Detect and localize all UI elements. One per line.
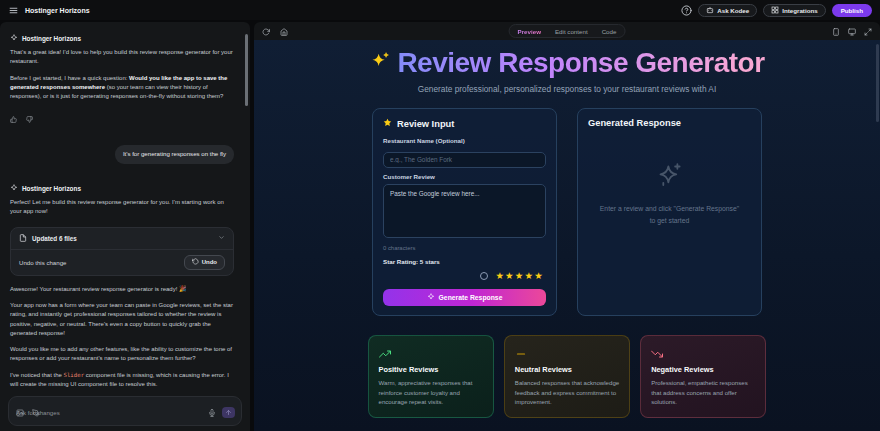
neutral-reviews-card: Neutral Reviews Balanced responses that … — [504, 335, 630, 417]
assistant-message-header: Hostinger Horizons — [10, 184, 234, 193]
generator-title: Review Response Generator — [369, 47, 764, 79]
review-type-cards: Positive Reviews Warm, appreciative resp… — [368, 335, 767, 417]
positive-reviews-description: Warm, appreciative responses that reinfo… — [379, 378, 483, 406]
assistant-paragraph: That's a great idea! I'd love to help yo… — [10, 48, 234, 67]
hamburger-menu-icon[interactable] — [8, 5, 18, 15]
trending-down-icon — [651, 346, 663, 364]
character-count: 0 characters — [383, 245, 546, 251]
review-input-card: Review Input Restaurant Name (Optional) … — [372, 108, 557, 316]
assistant-paragraph: Before I get started, I have a quick que… — [10, 74, 234, 102]
assistant-paragraph: Your app now has a form where your team … — [10, 301, 234, 338]
empty-state-line1: Enter a review and click "Generate Respo… — [600, 203, 739, 215]
send-button[interactable] — [222, 407, 235, 418]
robot-icon — [706, 6, 714, 15]
neutral-reviews-title: Neutral Reviews — [515, 365, 619, 374]
preview-toolbar: Preview Edit content Code — [254, 22, 880, 40]
undo-label: Undo this change — [19, 259, 66, 266]
sidebar-scrollbar[interactable] — [245, 34, 248, 106]
assistant-paragraph: Awesome! Your restaurant review response… — [10, 285, 234, 294]
ask-kodee-button[interactable]: Ask Kodee — [698, 4, 757, 17]
tab-code[interactable]: Code — [596, 26, 623, 37]
microphone-icon[interactable] — [208, 403, 216, 421]
view-mode-tabs: Preview Edit content Code — [509, 24, 626, 38]
customer-review-label: Customer Review — [383, 173, 546, 180]
horizons-logo-icon — [10, 34, 18, 43]
restaurant-name-label: Restaurant Name (Optional) — [383, 137, 546, 144]
assistant-paragraph: I've noticed that the Slider component f… — [10, 371, 234, 390]
generated-response-card: Generated Response Enter a review and cl… — [577, 108, 762, 316]
negative-reviews-card: Negative Reviews Professional, empatheti… — [640, 335, 766, 417]
undo-icon — [192, 258, 199, 266]
preview-pane: Preview Edit content Code Review Respons… — [254, 22, 880, 431]
canvas-scrollbar[interactable] — [876, 44, 879, 122]
star-icon — [383, 118, 392, 129]
updated-files-header[interactable]: Updated 6 files — [11, 228, 233, 249]
restaurant-name-input[interactable] — [383, 152, 546, 168]
chat-input-bar — [8, 396, 242, 426]
updated-files-card: Updated 6 files Undo this change Undo — [10, 227, 234, 276]
thumbs-down-icon[interactable] — [26, 109, 33, 127]
publish-button[interactable]: Publish — [832, 4, 872, 17]
app-topbar: Hostinger Horizons Ask Kodee Integration… — [0, 0, 880, 20]
tab-edit-content[interactable]: Edit content — [549, 26, 594, 37]
positive-reviews-title: Positive Reviews — [379, 365, 483, 374]
inline-code: Slider — [64, 372, 85, 378]
trending-up-icon — [379, 346, 391, 364]
neutral-reviews-description: Balanced responses that acknowledge feed… — [515, 378, 619, 406]
tab-preview[interactable]: Preview — [512, 26, 547, 37]
positive-reviews-card: Positive Reviews Warm, appreciative resp… — [368, 335, 494, 417]
app-canvas: Review Response Generator Generate profe… — [254, 40, 880, 431]
image-attach-icon[interactable] — [16, 403, 24, 421]
assistant-paragraph: Would you like me to add any other featu… — [10, 345, 234, 364]
negative-reviews-description: Professional, empathetic responses that … — [651, 378, 755, 406]
negative-reviews-title: Negative Reviews — [651, 365, 755, 374]
star-rating-row: ★★★★★ — [383, 271, 544, 281]
thumbs-up-icon[interactable] — [10, 109, 17, 127]
assistant-paragraph: Perfect! Let me build this review respon… — [10, 198, 234, 217]
integrations-button[interactable]: Integrations — [763, 4, 825, 17]
app-title: Hostinger Horizons — [25, 7, 90, 14]
minus-icon — [515, 346, 527, 364]
undo-button[interactable]: Undo — [184, 255, 225, 270]
chat-messages: Hostinger Horizons That's a great idea! … — [0, 22, 244, 391]
sparkles-outline-icon — [656, 162, 683, 193]
generate-response-button[interactable]: Generate Response — [383, 289, 546, 306]
updated-files-title: Updated 6 files — [32, 235, 77, 242]
generated-response-header: Generated Response — [588, 118, 681, 128]
horizons-logo-icon — [10, 184, 18, 193]
desktop-view-icon[interactable] — [848, 22, 856, 40]
empty-state-line2: to get started — [600, 215, 739, 227]
star-rating-label: Star Rating: 5 stars — [383, 258, 546, 265]
assistant-name: Hostinger Horizons — [22, 35, 81, 42]
chevron-down-icon[interactable] — [218, 234, 225, 242]
chat-input[interactable] — [16, 409, 234, 416]
integrations-label: Integrations — [782, 7, 817, 14]
review-input-header: Review Input — [397, 119, 454, 129]
assistant-name: Hostinger Horizons — [22, 185, 81, 192]
rating-slider-thumb[interactable] — [480, 272, 488, 280]
empty-state: Enter a review and click "Generate Respo… — [588, 162, 751, 226]
help-icon[interactable] — [681, 5, 692, 16]
ask-kodee-label: Ask Kodee — [717, 7, 749, 14]
sparkles-icon — [369, 47, 390, 79]
undo-row: Undo this change Undo — [11, 249, 233, 275]
customer-review-textarea[interactable] — [383, 184, 546, 238]
grid-icon — [771, 6, 779, 15]
pen-tool-icon[interactable] — [32, 403, 40, 421]
file-icon — [19, 234, 27, 243]
fullscreen-icon[interactable] — [864, 22, 872, 40]
assistant-message-header: Hostinger Horizons — [10, 34, 234, 43]
home-icon[interactable] — [280, 22, 288, 40]
mobile-view-icon[interactable] — [832, 22, 840, 40]
star-rating-display: ★★★★★ — [495, 271, 544, 281]
wand-sparkle-icon — [427, 293, 435, 302]
user-message-bubble: It's for generating responses on the fly — [115, 145, 234, 164]
generator-subtitle: Generate professional, personalized resp… — [415, 83, 720, 95]
feedback-row — [10, 109, 234, 127]
refresh-icon[interactable] — [262, 22, 270, 40]
chat-sidebar: Hostinger Horizons That's a great idea! … — [0, 22, 250, 431]
